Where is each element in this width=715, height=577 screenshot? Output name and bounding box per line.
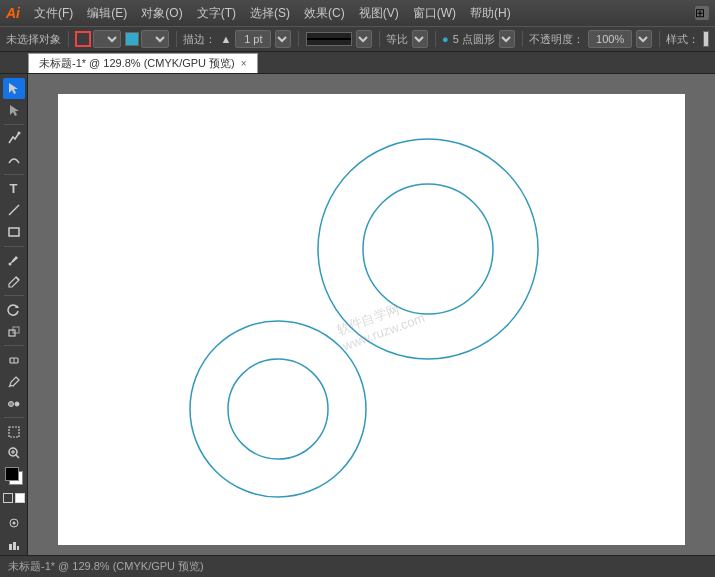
svg-rect-15 [9,427,19,437]
stroke-style-select[interactable]: ▼ [356,30,372,48]
circle-inner-small[interactable] [228,359,328,459]
menu-view[interactable]: 视图(V) [353,3,405,24]
svg-marker-1 [10,105,19,116]
tab-title: 未标题-1* @ 129.8% (CMYK/GPU 预览) [39,56,235,71]
svg-rect-22 [9,544,12,550]
status-text: 未标题-1* @ 129.8% (CMYK/GPU 预览) [8,559,204,574]
menu-edit[interactable]: 编辑(E) [81,3,133,24]
scale-select[interactable]: ▼ [412,30,428,48]
circle-outer-small[interactable] [190,321,366,497]
tool-separator-6 [4,417,24,418]
circle-inner-large[interactable] [363,184,493,314]
workspace-icon[interactable]: ⊞ [695,6,709,20]
svg-point-13 [8,401,13,406]
point-icon: ● [442,33,449,45]
fill-color-group: ▼ [125,30,169,48]
tool-separator-4 [4,295,24,296]
svg-point-14 [15,402,19,406]
svg-point-5 [8,263,11,266]
status-bar: 未标题-1* @ 129.8% (CMYK/GPU 预览) [0,555,715,577]
window-controls: ⊞ [695,6,709,20]
tab-close-button[interactable]: × [241,58,247,69]
paintbrush-tool[interactable] [3,250,25,271]
stroke-width-dropdown[interactable]: ▼ [275,30,291,48]
none-color-icon[interactable] [3,493,13,503]
menu-file[interactable]: 文件(F) [28,3,79,24]
svg-line-6 [16,277,19,280]
eraser-tool[interactable] [3,349,25,370]
color-swatches [3,465,25,503]
point-label: 5 点圆形 [453,32,495,47]
document-tabs: 未标题-1* @ 129.8% (CMYK/GPU 预览) × [0,52,715,74]
menu-type[interactable]: 文字(T) [191,3,242,24]
title-bar: Ai 文件(F) 编辑(E) 对象(O) 文字(T) 选择(S) 效果(C) 视… [0,0,715,26]
svg-line-17 [16,455,19,458]
pencil-tool[interactable] [3,271,25,292]
blend-tool[interactable] [3,393,25,414]
artboard: 软件自学网www.ruzw.com [58,94,685,545]
artboard-tool[interactable] [3,421,25,442]
stroke-line-preview [306,32,352,46]
app-logo: Ai [6,5,20,21]
line-tool[interactable] [3,200,25,221]
tool-separator-5 [4,345,24,346]
direct-selection-tool[interactable] [3,100,25,121]
svg-marker-0 [9,83,18,94]
eyedropper-tool[interactable] [3,371,25,392]
stroke-up-icon[interactable]: ▲ [220,33,231,45]
white-color-icon[interactable] [15,493,25,503]
style-swatch[interactable] [703,31,709,47]
zoom-tool[interactable] [3,443,25,464]
menu-select[interactable]: 选择(S) [244,3,296,24]
point-select[interactable]: ▼ [499,30,515,48]
symbol-sprayer-tool[interactable] [3,512,25,533]
svg-point-21 [12,521,15,524]
tool-separator-3 [4,246,24,247]
rotate-tool[interactable] [3,299,25,320]
menu-help[interactable]: 帮助(H) [464,3,517,24]
fill-color-icon[interactable] [125,32,139,46]
svg-rect-4 [9,228,19,236]
scale-label: 等比 [386,32,408,47]
menu-bar: 文件(F) 编辑(E) 对象(O) 文字(T) 选择(S) 效果(C) 视图(V… [28,3,695,24]
document-area: T [0,74,715,555]
svg-rect-23 [13,542,16,550]
circle-outer-large[interactable] [318,139,538,359]
options-toolbar: 未选择对象 ▼ ▼ 描边： ▲ ▼ ▼ 等比 ▼ ● 5 点圆形 ▼ 不透明度：… [0,26,715,52]
stroke-width-label: 描边： [183,32,216,47]
canvas-area: 软件自学网www.ruzw.com [28,74,715,555]
pen-tool[interactable] [3,128,25,149]
opacity-input[interactable] [588,30,632,48]
shape-tool[interactable] [3,222,25,243]
document-tab[interactable]: 未标题-1* @ 129.8% (CMYK/GPU 预览) × [28,53,258,73]
menu-effect[interactable]: 效果(C) [298,3,351,24]
style-label: 样式： [666,32,699,47]
color-mode-icons [3,493,25,503]
no-selection-label: 未选择对象 [6,32,61,47]
menu-window[interactable]: 窗口(W) [407,3,462,24]
stroke-type-select[interactable]: ▼ [93,30,121,48]
svg-point-2 [17,132,20,135]
stroke-color-group: ▼ [75,30,121,48]
type-tool[interactable]: T [3,178,25,199]
opacity-dropdown[interactable]: ▼ [636,30,652,48]
menu-object[interactable]: 对象(O) [135,3,188,24]
scale-tool[interactable] [3,321,25,342]
selection-tool[interactable] [3,78,25,99]
type-icon: T [10,181,18,196]
opacity-label: 不透明度： [529,32,584,47]
artwork-svg [58,94,685,545]
color-swatch-area [3,465,25,487]
toolbox: T [0,74,28,555]
tool-separator-2 [4,174,24,175]
svg-line-3 [9,205,19,215]
column-graph-tool[interactable] [3,534,25,555]
stroke-color-icon[interactable] [75,31,91,47]
fill-type-select[interactable]: ▼ [141,30,169,48]
fill-swatch-fg[interactable] [5,467,19,481]
tool-separator-1 [4,124,24,125]
svg-rect-24 [17,546,19,550]
stroke-width-input[interactable] [235,30,271,48]
curvature-tool[interactable] [3,150,25,171]
